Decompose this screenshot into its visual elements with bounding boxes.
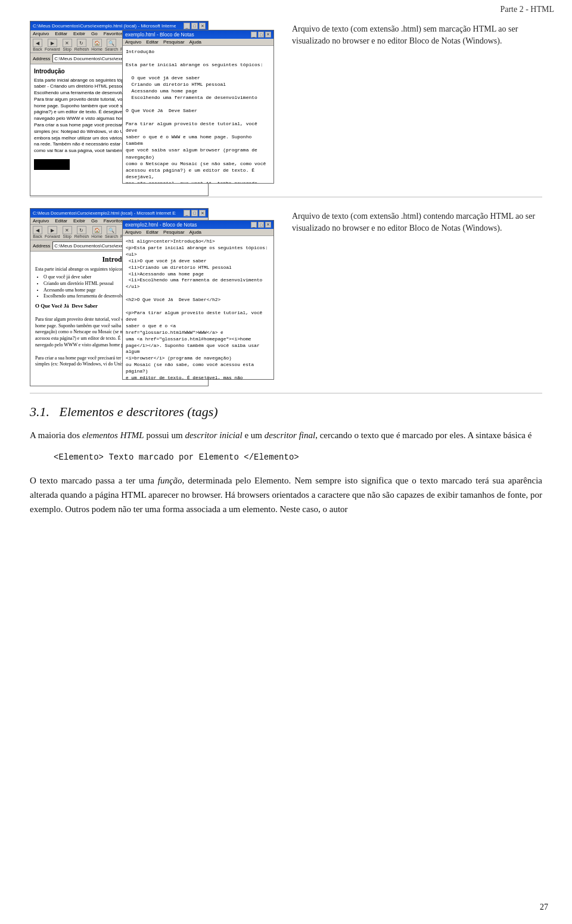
stop-btn-2[interactable]: ✕Stop xyxy=(63,226,72,238)
side-note-1: Arquivo de texto (com extensão .html) se… xyxy=(292,21,542,48)
para2-text-pre: O texto marcado passa a ter uma xyxy=(30,476,158,485)
section-31-para1: A maioria dos elementos HTML possui um d… xyxy=(30,428,542,442)
np-menu-help-2[interactable]: Ajuda xyxy=(189,230,201,235)
np-menu-edit-2[interactable]: Editar xyxy=(146,230,158,235)
menu-edit-2[interactable]: Editar xyxy=(55,218,67,224)
page-header: Parte 2 - HTML xyxy=(500,5,554,14)
np-menu-edit-1[interactable]: Editar xyxy=(146,39,158,45)
page-number: 27 xyxy=(540,903,548,912)
menu-fav-2[interactable]: Favoritos xyxy=(104,218,123,224)
browser-title-1: C:\Meus Documentos\Curso\exemplo.html (l… xyxy=(33,23,176,29)
windows-group-2: C:\Meus Documentos\Curso\exemplo2.html (… xyxy=(30,208,280,375)
menu-view-1[interactable]: Exibir xyxy=(73,31,85,36)
back-btn-1[interactable]: ◀Back xyxy=(33,39,42,51)
browser-titlebar-1: C:\Meus Documentos\Curso\exemplo.html (l… xyxy=(30,21,208,30)
browser-titlebar-2: C:\Meus Documentos\Curso\exemplo2.html (… xyxy=(30,209,208,218)
code-element-close: </Elemento> xyxy=(244,452,299,462)
forward-btn-1[interactable]: ▶Forward xyxy=(45,39,60,51)
divider-2 xyxy=(30,393,542,393)
divider-1 xyxy=(30,197,542,197)
browser-title-buttons-2: _ □ ✕ xyxy=(184,210,206,216)
screenshot-section-1: C:\Meus Documentos\Curso\exemplo.html (l… xyxy=(30,21,542,179)
np-close-2[interactable]: ✕ xyxy=(265,222,271,228)
home-btn-2[interactable]: 🏠Home xyxy=(91,226,102,238)
refresh-btn-2[interactable]: ↻Refresh xyxy=(74,226,89,238)
section-31-title: Elementos e descritores (tags) xyxy=(60,404,218,419)
menu-go-2[interactable]: Go xyxy=(91,218,98,224)
np-menu-file-1[interactable]: Arquivo xyxy=(125,39,141,45)
section-31: 3.1. Elementos e descritores (tags) A ma… xyxy=(30,404,542,516)
notepad-content-2: <h1 align=center>Introdução</h1> <p>Esta… xyxy=(123,236,273,379)
menu-fav-1[interactable]: Favoritos xyxy=(104,31,123,36)
menu-view-2[interactable]: Exibir xyxy=(73,218,85,224)
section-31-heading: 3.1. Elementos e descritores (tags) xyxy=(30,404,542,420)
maximize-btn-1[interactable]: □ xyxy=(191,23,198,29)
notepad-menubar-2: Arquivo Editar Pesquisar Ajuda xyxy=(123,229,273,236)
np-max-2[interactable]: □ xyxy=(258,222,264,228)
home-btn-1[interactable]: 🏠Home xyxy=(91,39,102,51)
notepad-title-1: exemplo.html - Bloco de Notas xyxy=(125,32,194,38)
side-note-2: Arquivo de texto (com extensão .html) co… xyxy=(292,208,542,235)
para1-text-mid1: possui um xyxy=(144,430,185,440)
notepad-window-1: exemplo.html - Bloco de Notas _ □ ✕ Arqu… xyxy=(122,30,274,184)
np-max-1[interactable]: □ xyxy=(258,32,264,38)
menu-file-2[interactable]: Arquivo xyxy=(33,218,49,224)
descr-final-italic: descritor final xyxy=(265,430,315,440)
elements-html-italic: elementos HTML xyxy=(82,430,144,440)
np-close-1[interactable]: ✕ xyxy=(265,32,271,38)
np-min-2[interactable]: _ xyxy=(251,222,257,228)
np-menu-search-1[interactable]: Pesquisar xyxy=(163,39,185,45)
code-block-1: <Elemento> Texto marcado por Elemento </… xyxy=(54,451,542,465)
code-element-open: <Elemento> xyxy=(54,452,104,462)
stop-btn-1[interactable]: ✕Stop xyxy=(63,39,72,51)
notepad-menubar-1: Arquivo Editar Pesquisar Ajuda xyxy=(123,39,273,46)
screenshot-section-2: C:\Meus Documentos\Curso\exemplo2.html (… xyxy=(30,208,542,375)
section-31-para2: O texto marcado passa a ter uma função, … xyxy=(30,473,542,516)
para1-text-post: , cercando o texto que é marcado por ele… xyxy=(315,430,531,440)
forward-btn-2[interactable]: ▶Forward xyxy=(45,226,60,238)
menu-edit-1[interactable]: Editar xyxy=(55,31,67,36)
search-btn-2[interactable]: 🔍Search xyxy=(105,226,118,238)
windows-group-1: C:\Meus Documentos\Curso\exemplo.html (l… xyxy=(30,21,280,179)
notepad-title-2: exemplo2.html - Bloco de Notas xyxy=(125,222,197,228)
np-menu-help-1[interactable]: Ajuda xyxy=(189,39,201,45)
menu-go-1[interactable]: Go xyxy=(91,31,98,36)
refresh-btn-1[interactable]: ↻Refresh xyxy=(74,39,89,51)
header-text: Parte 2 - HTML xyxy=(500,5,554,14)
np-min-1[interactable]: _ xyxy=(251,32,257,38)
address-label-2: Address xyxy=(33,243,50,249)
notepad-title-buttons-1: _ □ ✕ xyxy=(251,32,271,38)
minimize-btn-1[interactable]: _ xyxy=(184,23,190,29)
close-btn-2[interactable]: ✕ xyxy=(199,210,206,216)
notepad-titlebar-1: exemplo.html - Bloco de Notas _ □ ✕ xyxy=(123,30,273,39)
np-menu-search-2[interactable]: Pesquisar xyxy=(163,230,185,235)
browser-title-2: C:\Meus Documentos\Curso\exemplo2.html (… xyxy=(33,210,176,216)
notepad-content-1: Introdução Esta parte inicial abrange os… xyxy=(123,46,273,183)
descr-inicial-italic: descritor inicial xyxy=(185,430,242,440)
back-btn-2[interactable]: ◀Back xyxy=(33,226,42,238)
code-element-middle: Texto marcado por Elemento xyxy=(104,452,244,462)
funcao-italic: função xyxy=(158,476,182,485)
close-btn-1[interactable]: ✕ xyxy=(199,23,206,29)
notepad-titlebar-2: exemplo2.html - Bloco de Notas _ □ ✕ xyxy=(123,221,273,229)
search-btn-1[interactable]: 🔍Search xyxy=(105,39,118,51)
menu-file-1[interactable]: Arquivo xyxy=(33,31,49,36)
maximize-btn-2[interactable]: □ xyxy=(191,210,198,216)
notepad-window-2: exemplo2.html - Bloco de Notas _ □ ✕ Arq… xyxy=(122,220,274,380)
minimize-btn-2[interactable]: _ xyxy=(184,210,190,216)
para1-text-mid2: e um xyxy=(243,430,265,440)
address-label-1: Address xyxy=(33,56,50,61)
browser-title-buttons-1: _ □ ✕ xyxy=(184,23,206,29)
para1-text-pre: A maioria dos xyxy=(30,430,82,440)
section-31-number: 3.1. xyxy=(30,404,49,419)
notepad-title-buttons-2: _ □ ✕ xyxy=(251,222,271,228)
np-menu-file-2[interactable]: Arquivo xyxy=(125,230,141,235)
